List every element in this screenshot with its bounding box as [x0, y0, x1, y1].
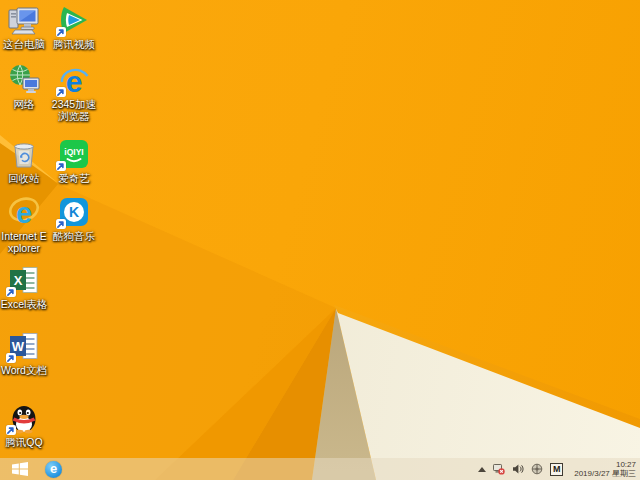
network-icon — [8, 64, 40, 96]
internet-explorer-art: e — [8, 196, 40, 228]
recycle-bin-icon — [8, 138, 40, 170]
icon-label: 2345加速浏览器 — [50, 98, 98, 122]
svg-text:iQIYI: iQIYI — [64, 147, 83, 157]
hidden-icons-arrow[interactable] — [478, 467, 486, 472]
clock-date: 2019/3/27 星期三 — [574, 469, 636, 478]
svg-text:W: W — [12, 339, 25, 354]
taskbar: e — [0, 458, 640, 480]
internet-explorer-icon: e — [8, 196, 40, 228]
shortcut-arrow-icon — [6, 353, 16, 363]
icon-label: Excel表格 — [0, 298, 48, 310]
clock-time: 10:27 — [574, 460, 636, 469]
shortcut-arrow-icon — [56, 27, 66, 37]
ie-taskbar-icon[interactable]: e — [45, 461, 62, 478]
network-error-icon[interactable] — [493, 463, 505, 475]
word-art: W — [8, 330, 40, 362]
shortcut-arrow-icon — [56, 87, 66, 97]
desktop-icon-recycle-bin[interactable]: 回收站 — [0, 138, 48, 184]
desktop-icon-this-pc[interactable]: 这台电脑 — [0, 4, 48, 50]
shortcut-arrow-icon — [56, 161, 66, 171]
icon-label: 回收站 — [0, 172, 48, 184]
taskbar-left: e — [0, 460, 62, 478]
desktop-icon-kugou-music[interactable]: K 酷狗音乐 — [50, 196, 98, 242]
kugou-music-art: K — [58, 196, 90, 228]
utility-circle-icon[interactable] — [531, 463, 543, 475]
this-pc-art — [8, 4, 40, 36]
svg-text:X: X — [14, 273, 23, 288]
start-button[interactable] — [8, 460, 32, 478]
icon-label: Word文档 — [0, 364, 48, 376]
clock[interactable]: 10:27 2019/3/27 星期三 — [570, 460, 636, 478]
icon-label: Internet Explorer — [0, 230, 48, 254]
svg-text:K: K — [69, 204, 79, 220]
icon-label: 腾讯QQ — [0, 436, 48, 448]
this-pc-icon — [8, 4, 40, 36]
desktop-icon-internet-explorer[interactable]: e Internet Explorer — [0, 196, 48, 254]
icon-label: 酷狗音乐 — [50, 230, 98, 242]
qq-art — [8, 402, 40, 434]
iqiyi-art: iQIYI — [58, 138, 90, 170]
ime-indicator[interactable]: M — [550, 463, 563, 476]
icon-label: 网络 — [0, 98, 48, 110]
shortcut-arrow-icon — [6, 287, 16, 297]
icon-label: 腾讯视频 — [50, 38, 98, 50]
recycle-bin-art — [8, 138, 40, 170]
volume-icon[interactable] — [512, 463, 524, 475]
desktop-icon-network[interactable]: 网络 — [0, 64, 48, 110]
browser-2345-art: e — [58, 64, 90, 96]
shortcut-arrow-icon — [6, 425, 16, 435]
network-art — [8, 64, 40, 96]
svg-text:e: e — [66, 65, 83, 97]
shortcut-arrow-icon — [56, 219, 66, 229]
desktop-icon-iqiyi[interactable]: iQIYI 爱奇艺 — [50, 138, 98, 184]
system-tray: M 10:27 2019/3/27 星期三 — [478, 460, 640, 478]
desktop-icon-excel[interactable]: X Excel表格 — [0, 264, 48, 310]
desktop[interactable]: 这台电脑 腾讯视频 网络 e 2345加速浏览器 — [0, 0, 640, 480]
excel-art: X — [8, 264, 40, 296]
desktop-icon-browser-2345[interactable]: e 2345加速浏览器 — [50, 64, 98, 122]
icon-label: 爱奇艺 — [50, 172, 98, 184]
tencent-video-art — [58, 4, 90, 36]
windows-logo-icon — [12, 462, 28, 476]
desktop-icons: 这台电脑 腾讯视频 网络 e 2345加速浏览器 — [0, 0, 640, 480]
desktop-icon-word[interactable]: W Word文档 — [0, 330, 48, 376]
icon-label: 这台电脑 — [0, 38, 48, 50]
desktop-icon-tencent-video[interactable]: 腾讯视频 — [50, 4, 98, 50]
svg-text:e: e — [16, 197, 32, 229]
desktop-icon-qq[interactable]: 腾讯QQ — [0, 402, 48, 448]
